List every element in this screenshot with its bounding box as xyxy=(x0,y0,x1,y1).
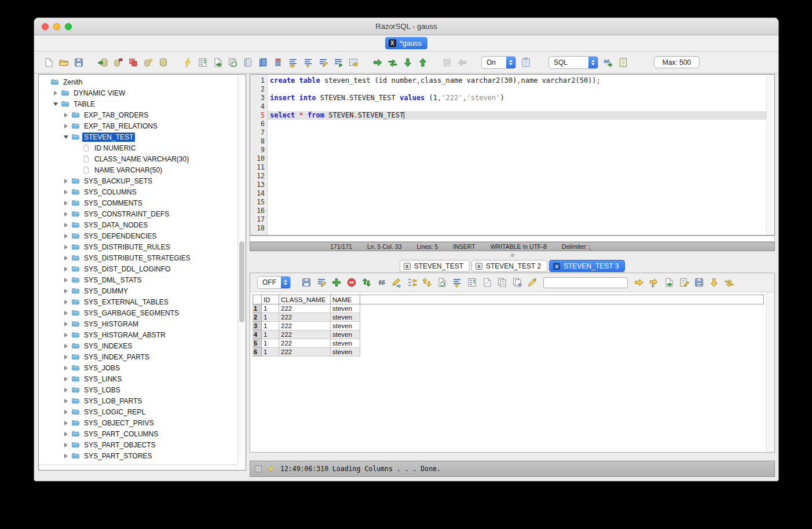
tree-item[interactable]: SYS_DEPENDENCIES xyxy=(39,230,237,241)
title-bar[interactable]: RazorSQL - gauss xyxy=(34,18,778,35)
grid-row-number[interactable]: 1 xyxy=(253,304,262,313)
grid-column-header[interactable]: ID xyxy=(262,295,279,304)
collapsed-arrow-icon[interactable] xyxy=(62,322,70,326)
query-options-icon[interactable] xyxy=(195,56,210,69)
notebook-icon[interactable] xyxy=(240,56,255,69)
minimize-window-button[interactable] xyxy=(53,23,60,30)
tree-item[interactable]: SYS_HISTGRAM xyxy=(39,318,237,329)
grid-row[interactable]: 31222steven xyxy=(253,322,764,330)
tree-item[interactable]: SYS_DISTRIBUTE_STRATEGIES xyxy=(39,252,237,263)
sort-updown-icon[interactable] xyxy=(419,275,434,289)
close-window-button[interactable] xyxy=(42,23,49,30)
results-search-input[interactable] xyxy=(543,277,628,288)
copy-to-clipboard-icon[interactable] xyxy=(518,56,533,69)
close-results-tab-icon[interactable]: x xyxy=(553,263,560,270)
collapsed-arrow-icon[interactable] xyxy=(62,454,70,458)
grid-cell[interactable]: steven xyxy=(331,330,360,339)
grid-row-number[interactable]: 2 xyxy=(253,313,262,322)
grid-cell[interactable]: 1 xyxy=(262,330,279,339)
collapsed-arrow-icon[interactable] xyxy=(62,223,70,227)
splitter-handle-icon[interactable] xyxy=(511,254,514,257)
collapsed-arrow-icon[interactable] xyxy=(62,278,70,282)
grid-cell[interactable]: 1 xyxy=(262,304,279,313)
go-forward-icon[interactable] xyxy=(370,56,385,69)
tree-item[interactable]: SYS_LOB_PARTS xyxy=(39,395,237,406)
collapsed-arrow-icon[interactable] xyxy=(62,289,70,293)
collapsed-arrow-icon[interactable] xyxy=(62,399,70,403)
grid-cell[interactable]: 222 xyxy=(279,313,331,322)
code-line[interactable] xyxy=(268,137,766,146)
jump-to-row-icon[interactable] xyxy=(646,275,661,289)
code-line[interactable] xyxy=(268,85,766,94)
tree-scrollbar-thumb[interactable] xyxy=(239,241,244,322)
save-results-icon[interactable] xyxy=(299,275,314,289)
collapsed-arrow-icon[interactable] xyxy=(62,179,70,183)
tree-item[interactable]: TABLE xyxy=(39,98,237,109)
collapsed-arrow-icon[interactable] xyxy=(62,256,70,260)
code-line[interactable]: select * from STEVEN.STEVEN_TEST xyxy=(268,111,766,120)
edit-results-icon[interactable] xyxy=(314,275,329,289)
collapsed-arrow-icon[interactable] xyxy=(62,366,70,370)
tree-item[interactable]: SYS_COMMENTS xyxy=(39,197,237,208)
edit-cell-icon[interactable] xyxy=(389,275,404,289)
form-view-icon[interactable] xyxy=(480,275,495,289)
code-line[interactable] xyxy=(268,224,766,233)
edit-sql-icon[interactable] xyxy=(316,56,331,69)
delete-row-icon[interactable] xyxy=(344,275,359,289)
execute-selection-icon[interactable] xyxy=(331,56,346,69)
grid-cell[interactable]: 1 xyxy=(262,322,279,330)
tree-item[interactable]: EXP_TAB_RELATIONS xyxy=(39,120,237,131)
code-line[interactable] xyxy=(268,189,766,198)
tree-item[interactable]: SYS_DISTRIBUTE_RULES xyxy=(39,241,237,252)
tree-item[interactable]: SYS_DATA_NODES xyxy=(39,219,237,230)
sort-columns-icon[interactable] xyxy=(404,275,419,289)
tree-item[interactable]: SYS_PART_OBJECTS xyxy=(39,439,237,450)
insert-row-icon[interactable] xyxy=(329,275,344,289)
sql-code-area[interactable]: create table steven_test (id number,clas… xyxy=(268,75,766,235)
results-tab[interactable]: xSTEVEN_TEST xyxy=(400,260,470,272)
results-tab[interactable]: xSTEVEN_TEST 3 xyxy=(549,260,625,272)
collapsed-arrow-icon[interactable] xyxy=(62,377,70,381)
tree-item[interactable]: SYS_PART_COLUMNS xyxy=(39,428,237,439)
tree-item[interactable]: EXP_TAB_ORDERS xyxy=(39,109,237,120)
collapsed-arrow-icon[interactable] xyxy=(62,421,70,425)
log-icon[interactable] xyxy=(616,56,631,69)
grid-cell[interactable]: 222 xyxy=(279,304,331,313)
tree-item[interactable]: SYS_LOGIC_REPL xyxy=(39,406,237,417)
grid-row-number[interactable]: 4 xyxy=(253,330,262,339)
grid-row[interactable]: 51222steven xyxy=(253,339,764,348)
tree-item[interactable]: SYS_DIST_DDL_LOGINFO xyxy=(39,263,237,274)
grid-row-number[interactable]: 3 xyxy=(253,322,262,330)
code-line[interactable] xyxy=(268,155,766,163)
tree-item[interactable]: SYS_EXTERNAL_TABLES xyxy=(39,296,237,307)
results-vertical-scrollbar[interactable] xyxy=(766,292,774,452)
tree-item[interactable]: SYS_PART_STORES xyxy=(39,450,237,461)
tree-horizontal-scrollbar[interactable] xyxy=(39,464,237,470)
grid-row[interactable]: 41222steven xyxy=(253,330,764,339)
describe-icon[interactable]: 66 xyxy=(601,56,616,69)
code-line[interactable]: insert into STEVEN.STEVEN_TEST values (1… xyxy=(268,94,766,102)
history-list-icon[interactable] xyxy=(270,56,286,69)
grid-column-header[interactable]: NAME xyxy=(331,295,360,304)
editor-vertical-scrollbar[interactable] xyxy=(766,75,774,235)
tree-vertical-scrollbar[interactable] xyxy=(237,75,246,464)
expanded-arrow-icon[interactable] xyxy=(62,135,70,139)
save-as-icon[interactable] xyxy=(692,275,707,289)
grid-cell[interactable]: 222 xyxy=(279,339,331,348)
grid-cell[interactable]: steven xyxy=(331,313,360,322)
collapsed-arrow-icon[interactable] xyxy=(62,212,70,216)
close-connection-icon[interactable] xyxy=(126,56,141,69)
next-result-icon[interactable] xyxy=(631,275,646,289)
code-line[interactable] xyxy=(268,163,766,172)
auto-commit-stepper-icon[interactable] xyxy=(506,56,515,69)
tree-item[interactable]: CLASS_NAME VARCHAR(30) xyxy=(39,153,237,164)
tree-item[interactable]: SYS_DUMMY xyxy=(39,285,237,296)
tree-item[interactable]: Zenith xyxy=(39,76,237,87)
close-results-tab-icon[interactable]: x xyxy=(476,263,482,270)
collapsed-arrow-icon[interactable] xyxy=(62,443,70,447)
move-down-icon[interactable] xyxy=(400,56,415,69)
view-row-icon[interactable]: 66 xyxy=(374,275,389,289)
collapsed-arrow-icon[interactable] xyxy=(62,432,70,436)
tree-item[interactable]: SYS_LINKS xyxy=(39,373,237,384)
grid-cell[interactable]: 1 xyxy=(262,313,279,322)
